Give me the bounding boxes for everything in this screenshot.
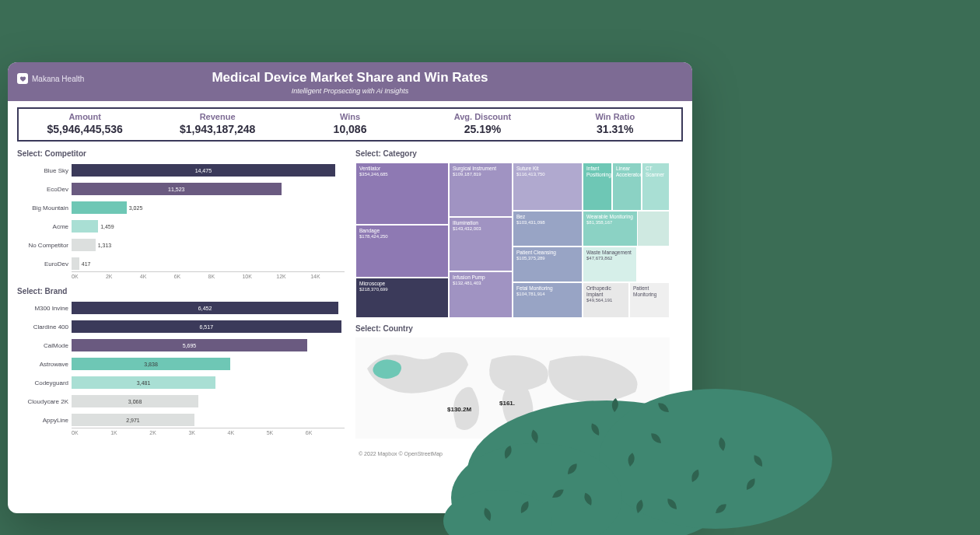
bar-category: Blue Sky <box>17 167 68 174</box>
treemap-cell[interactable]: Waste Management$47,673,862 <box>583 247 637 282</box>
treemap-cell[interactable]: Patient Monitoring <box>629 282 670 318</box>
kpi-label: Win Ratio <box>549 112 681 121</box>
competitor-axis: 0K2K4K6K8K10K12K14K <box>72 271 345 279</box>
bar-value: 1,313 <box>98 243 112 248</box>
treemap-cell-value: $47,673,862 <box>586 256 633 262</box>
map-value-label: $161. <box>499 400 515 407</box>
kpi-amount: Amount $5,946,445,536 <box>19 109 151 140</box>
treemap-cell-name: Linear Accelerator <box>616 166 638 178</box>
brand-axis: 0K1K2K3K4K5K6K <box>72 428 345 435</box>
bar-value: 14,475 <box>195 168 212 173</box>
treemap-cell[interactable] <box>637 211 670 247</box>
kpi-revenue: Revenue $1,943,187,248 <box>151 109 283 140</box>
world-map-svg <box>355 337 670 439</box>
bar-value: 5,695 <box>183 343 197 348</box>
treemap-cell-value: $354,246,685 <box>359 172 445 178</box>
bar-value: 3,025 <box>129 205 143 211</box>
bar-value: 11,523 <box>168 187 184 192</box>
competitor-title: Select: Competitor <box>17 149 345 158</box>
bar-row[interactable]: Blue Sky14,475 <box>17 163 345 178</box>
treemap-cell-name: Waste Management <box>586 250 633 256</box>
treemap-cell[interactable]: Bandage$178,424,250 <box>355 225 449 278</box>
treemap-cell[interactable]: Linear Accelerator <box>612 163 642 211</box>
treemap-cell-name: Patient Monitoring <box>633 285 666 298</box>
dashboard-header: Makana Health Medical Device Market Shar… <box>8 62 692 101</box>
kpi-value: 31.31% <box>549 123 681 135</box>
treemap-cell-name: Bandage <box>359 228 445 234</box>
dashboard-card: Makana Health Medical Device Market Shar… <box>8 62 692 513</box>
treemap-cell-value: $105,375,289 <box>516 256 579 262</box>
bar-category: EcoDev <box>17 186 68 193</box>
bar-value: 6,517 <box>200 324 214 330</box>
kpi-label: Revenue <box>151 112 283 121</box>
category-treemap[interactable]: Ventilator$354,246,685Bandage$178,424,25… <box>355 163 670 318</box>
category-title: Select: Category <box>355 149 683 158</box>
treemap-cell[interactable]: Orthopedic Implant$49,564,191 <box>583 282 629 318</box>
bar-row[interactable]: AppyLine2,971 <box>17 412 345 428</box>
brand-bar-chart[interactable]: M300 Invine6,452Clardine 4006,517CalMode… <box>17 300 345 435</box>
treemap-cell-value: $109,187,819 <box>453 172 509 178</box>
bar-row[interactable]: EuroDev417 <box>17 256 345 271</box>
treemap-cell[interactable]: Infusion Pump$132,481,403 <box>449 271 513 318</box>
bar-row[interactable]: Cloudycare 2K3,068 <box>17 393 345 409</box>
bar-category: CalMode <box>17 342 68 349</box>
kpi-label: Avg. Discount <box>416 112 548 121</box>
treemap-cell[interactable]: Ventilator$354,246,685 <box>355 163 449 225</box>
bar-value: 2,971 <box>126 418 140 423</box>
bar-row[interactable]: CalMode5,695 <box>17 337 345 353</box>
treemap-cell[interactable]: CT Scanner <box>642 163 670 211</box>
competitor-bar-chart[interactable]: Blue Sky14,475EcoDev11,523Big Mountain3,… <box>17 163 345 279</box>
treemap-cell[interactable]: Bez$103,431,098 <box>513 211 583 247</box>
right-column: Select: Category Ventilator$354,246,685B… <box>355 146 683 458</box>
treemap-cell-name: Surgical Instrument <box>453 166 509 172</box>
map-value-label: $130.2M <box>447 406 471 413</box>
bar-category: Clardine 400 <box>17 323 68 330</box>
brand-name: Makana Health <box>32 75 84 83</box>
country-map[interactable]: $130.2M $161. © 2022 Mapbox © OpenStreet… <box>355 337 670 458</box>
page-subtitle: Intelligent Propsecting with Ai Insights <box>8 87 692 95</box>
treemap-cell[interactable]: Fetal Monitoring$104,781,914 <box>513 282 583 318</box>
bar-category: Cloudycare 2K <box>17 398 68 405</box>
bar-category: M300 Invine <box>17 305 68 312</box>
treemap-cell[interactable]: Microscope$218,370,699 <box>355 278 449 318</box>
bar-row[interactable]: Codeyguard3,481 <box>17 375 345 390</box>
treemap-cell-value: $104,781,914 <box>516 292 579 298</box>
treemap-cell-value: $218,370,699 <box>359 287 445 293</box>
treemap-cell-name: CT Scanner <box>646 166 666 178</box>
kpi-value: 25.19% <box>416 123 548 135</box>
treemap-cell-value: $49,564,191 <box>586 298 625 304</box>
bar-row[interactable]: Clardine 4006,517 <box>17 319 345 334</box>
brand-title: Select: Brand <box>17 287 345 295</box>
bar-row[interactable]: M300 Invine6,452 <box>17 300 345 316</box>
bar-row[interactable]: Big Mountain3,025 <box>17 200 345 215</box>
treemap-cell[interactable]: Patient Cleansing$105,375,289 <box>513 247 583 282</box>
bar-row[interactable]: No Competitor1,313 <box>17 237 345 253</box>
kpi-value: 10,086 <box>284 123 416 135</box>
treemap-cell-name: Orthopedic Implant <box>586 285 625 298</box>
treemap-cell-name: Infusion Pump <box>453 274 509 281</box>
kpi-label: Wins <box>284 112 416 121</box>
kpi-row: Amount $5,946,445,536 Revenue $1,943,187… <box>17 107 683 142</box>
bar-value: 3,068 <box>128 399 142 404</box>
treemap-cell[interactable]: Surgical Instrument$109,187,819 <box>449 163 513 217</box>
bar-category: EuroDev <box>17 261 68 268</box>
treemap-cell-name: Illumination <box>453 220 509 226</box>
treemap-cell-value: $132,481,403 <box>453 281 509 287</box>
kpi-discount: Avg. Discount 25.19% <box>416 109 548 140</box>
treemap-cell-name: Microscope <box>359 281 445 287</box>
page-title: Medical Device Market Share and Win Rate… <box>8 70 692 86</box>
treemap-cell[interactable]: Suture Kit$116,413,750 <box>513 163 583 211</box>
bar-row[interactable]: Acme1,459 <box>17 219 345 234</box>
bar-category: Big Mountain <box>17 205 68 212</box>
kpi-value: $1,943,187,248 <box>151 123 283 135</box>
treemap-cell-value: $178,424,250 <box>359 234 445 240</box>
treemap-cell[interactable]: Infant Positioning <box>583 163 612 211</box>
bar-category: AppyLine <box>17 417 68 424</box>
kpi-value: $5,946,445,536 <box>19 123 151 135</box>
bar-row[interactable]: Astrowave3,838 <box>17 356 345 372</box>
treemap-cell-value: $143,432,003 <box>453 226 509 233</box>
bar-value: 3,838 <box>144 362 158 367</box>
treemap-cell[interactable]: Illumination$143,432,003 <box>449 217 513 271</box>
brand-logo-icon <box>17 73 28 84</box>
bar-row[interactable]: EcoDev11,523 <box>17 181 345 197</box>
